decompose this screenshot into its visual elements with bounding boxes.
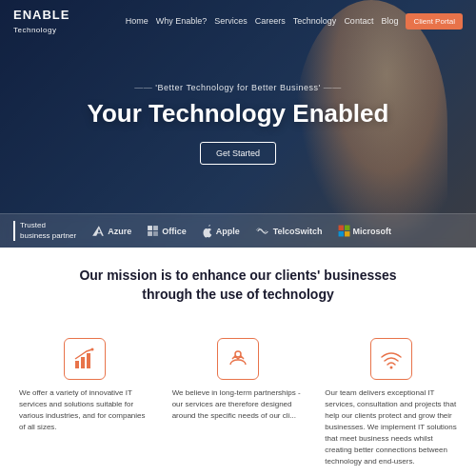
logo-name: ENABLE <box>13 8 69 22</box>
mission-title: Our mission is to enhance our clients' b… <box>29 267 447 304</box>
svg-rect-9 <box>81 357 85 368</box>
nav-contact[interactable]: Contact <box>344 16 373 26</box>
logo-sub: Technology <box>13 26 56 34</box>
hero-tagline: 'Better Technology for Better Business' <box>88 83 389 92</box>
office-icon <box>147 225 159 237</box>
svg-rect-3 <box>153 231 158 236</box>
nav-careers[interactable]: Careers <box>255 16 286 26</box>
services-grid: We offer a variety of innovative IT serv… <box>0 332 476 476</box>
wifi-icon <box>380 347 403 370</box>
nav-technology[interactable]: Technology <box>293 16 337 26</box>
svg-rect-4 <box>338 226 343 230</box>
svg-rect-0 <box>148 226 152 230</box>
partner-microsoft: Microsoft <box>338 225 392 237</box>
partner-azure: Azure <box>91 225 131 238</box>
navbar: ENABLE Technology Home Why Enable? Servi… <box>0 0 476 43</box>
hero-section: ENABLE Technology Home Why Enable? Servi… <box>0 0 476 248</box>
partners-bar: Trusted business partner Azure Office <box>0 213 476 248</box>
service-card-2: We believe in long-term partnerships - o… <box>167 332 310 473</box>
apple-label: Apple <box>216 227 240 236</box>
svg-point-13 <box>389 367 392 369</box>
client-portal-button[interactable]: Client Portal <box>406 13 463 30</box>
apple-icon <box>202 225 213 238</box>
svg-rect-5 <box>345 226 349 230</box>
partner-apple: Apple <box>202 225 240 238</box>
get-started-button[interactable]: Get Started <box>200 142 276 165</box>
svg-point-12 <box>235 351 241 357</box>
service-icon-wrap-3 <box>370 338 412 380</box>
service-text-3: Our team delivers exceptional IT service… <box>325 387 457 467</box>
service-text-1: We offer a variety of innovative IT serv… <box>19 387 151 433</box>
azure-label: Azure <box>108 227 131 236</box>
svg-rect-7 <box>345 231 349 236</box>
handshake-icon <box>227 347 249 370</box>
nav-services[interactable]: Services <box>214 16 248 26</box>
trusted-line2: business partner <box>20 231 76 240</box>
service-text-2: We believe in long-term partnerships - o… <box>172 387 305 422</box>
telcoswitch-label: TelcoSwitch <box>273 227 323 236</box>
svg-rect-1 <box>153 226 158 230</box>
nav-why[interactable]: Why Enable? <box>156 16 208 26</box>
hero-content: 'Better Technology for Better Business' … <box>50 83 427 166</box>
office-label: Office <box>162 227 187 236</box>
nav-blog[interactable]: Blog <box>381 16 398 26</box>
telcoswitch-icon <box>255 226 270 237</box>
service-icon-wrap-2 <box>217 338 259 380</box>
azure-icon <box>91 225 105 238</box>
microsoft-label: Microsoft <box>353 227 392 236</box>
chart-icon <box>73 347 96 370</box>
svg-rect-8 <box>75 361 79 368</box>
partner-office: Office <box>147 225 187 237</box>
microsoft-icon <box>338 225 350 237</box>
svg-point-11 <box>91 348 94 351</box>
nav-links: Home Why Enable? Services Careers Techno… <box>126 13 463 30</box>
nav-home[interactable]: Home <box>126 16 149 26</box>
svg-rect-6 <box>338 231 343 236</box>
svg-rect-2 <box>148 231 152 236</box>
site-logo: ENABLE Technology <box>13 8 69 35</box>
mission-section: Our mission is to enhance our clients' b… <box>0 248 476 332</box>
trusted-line1: Trusted <box>20 221 46 229</box>
hero-title: Your Technology Enabled <box>88 100 389 128</box>
service-card-1: We offer a variety of innovative IT serv… <box>13 332 157 473</box>
svg-rect-10 <box>87 353 90 368</box>
service-icon-wrap-1 <box>64 338 106 380</box>
service-card-3: Our team delivers exceptional IT service… <box>319 332 463 473</box>
partner-telcoswitch: TelcoSwitch <box>255 226 323 237</box>
trusted-label: Trusted business partner <box>13 221 76 241</box>
